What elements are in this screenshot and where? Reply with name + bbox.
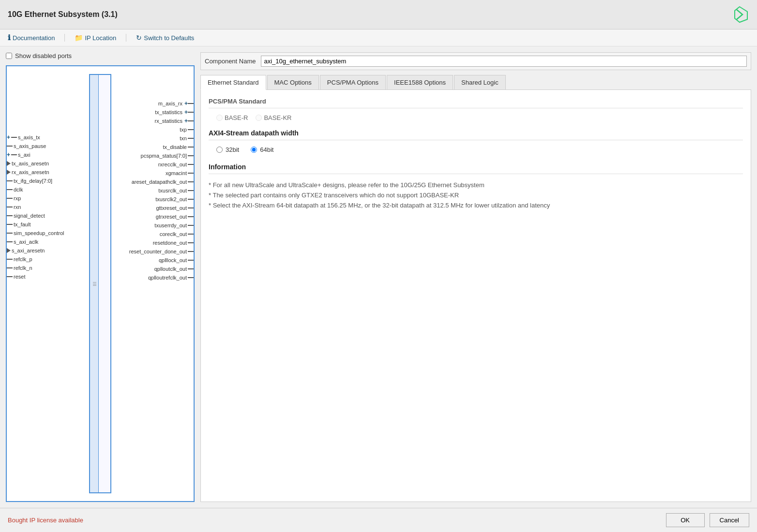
base-kr-radio[interactable] — [256, 115, 262, 121]
component-diagram: + s_axis_tx s_axis_pause + — [6, 65, 195, 502]
cancel-button[interactable]: Cancel — [710, 513, 749, 527]
tab-ieee1588-options[interactable]: IEEE1588 Options — [387, 75, 453, 89]
svg-marker-0 — [735, 7, 747, 22]
folder-icon: 📁 — [75, 34, 83, 42]
port-qplllock_out: qplllock_out — [159, 256, 194, 265]
port-tx_ifg_delay: tx_ifg_delay[7:0] — [7, 177, 89, 185]
base-r-label: BASE-R — [225, 114, 248, 121]
port-refclk_n: refclk_n — [7, 264, 89, 272]
port-coreclk_out: coreclk_out — [160, 230, 194, 238]
port-dclk: dclk — [7, 185, 89, 194]
port-m_axis_rx: m_axis_rx + — [158, 99, 194, 108]
port-tx_statistics: tx_statistics + — [155, 108, 194, 117]
show-disabled-ports-checkbox[interactable] — [6, 53, 12, 59]
window-title: 10G Ethernet Subsystem (3.1) — [8, 10, 118, 19]
tab-content-ethernet-standard: PCS/PMA Standard BASE-R BASE-KR AXI4-Str… — [200, 90, 751, 502]
information-section: Information For all new UltraScale and U… — [209, 163, 743, 210]
port-rx_axis_aresetn: rx_axis_aresetn — [7, 168, 89, 177]
left-panel: Show disabled ports + s_axis_tx — [6, 52, 195, 502]
documentation-label: Documentation — [13, 34, 55, 42]
port-signal_detect: signal_detect — [7, 211, 89, 220]
switch-to-defaults-button[interactable]: ↻ Switch to Defaults — [136, 34, 194, 42]
info-list: For all new UltraScale and UltraScale+ d… — [209, 180, 743, 210]
port-rx_statistics: rx_statistics + — [155, 117, 194, 125]
port-sim_speedup_control: sim_speedup_control — [7, 229, 89, 237]
port-rxn: rxn — [7, 203, 89, 211]
base-r-radio[interactable] — [216, 115, 223, 121]
tabs-container: Ethernet Standard MAC Options PCS/PMA Op… — [200, 75, 751, 90]
port-txuserrdy_out: txuserrdy_out — [154, 221, 194, 230]
port-qplloutrefclk_out: qplloutrefclk_out — [148, 273, 194, 282]
main-content: Show disabled ports + s_axis_tx — [0, 46, 757, 508]
component-name-row: Component Name — [200, 52, 751, 70]
component-name-input[interactable] — [261, 56, 747, 67]
port-gtrxreset_out: gtrxreset_out — [156, 212, 194, 221]
port-rxrecclk_out: rxrecclk_out — [158, 160, 194, 169]
info-icon: ℹ — [8, 33, 11, 42]
show-disabled-row: Show disabled ports — [6, 52, 195, 59]
port-resetdone_out: resetdone_out — [153, 238, 194, 247]
ip-location-button[interactable]: 📁 IP Location — [75, 34, 116, 42]
port-xgmacint: xgmacint — [166, 169, 194, 177]
pcs-pma-section-header: PCS/PMA Standard — [209, 98, 743, 108]
tab-pcs-pma-options[interactable]: PCS/PMA Options — [320, 75, 386, 89]
port-tx_fault: tx_fault — [7, 220, 89, 229]
footer-buttons: OK Cancel — [666, 513, 749, 527]
port-s_axi: + s_axi — [7, 150, 89, 159]
datapath-radio-group: 32bit 64bit — [216, 146, 743, 153]
ip-location-label: IP Location — [85, 34, 116, 42]
switch-to-defaults-label: Switch to Defaults — [144, 34, 194, 42]
main-window: 10G Ethernet Subsystem (3.1) ℹ Documenta… — [0, 0, 757, 532]
bit64-label: 64bit — [260, 146, 273, 153]
port-reset_counter_done_out: reset_counter_done_out — [129, 247, 194, 256]
port-pcspma_status: pcspma_status[7:0] — [141, 151, 194, 160]
component-name-label: Component Name — [205, 58, 256, 65]
bit32-radio[interactable] — [216, 147, 223, 153]
port-tx_axis_aresetn: tx_axis_aresetn — [7, 159, 89, 168]
tab-mac-options[interactable]: MAC Options — [267, 75, 319, 89]
pcs-pma-radio-group: BASE-R BASE-KR — [216, 114, 743, 121]
bit64-radio[interactable] — [251, 147, 257, 153]
license-label: Bought IP license available — [8, 517, 83, 524]
xilinx-logo — [730, 5, 749, 24]
refresh-icon: ↻ — [136, 34, 142, 42]
toolbar: ℹ Documentation 📁 IP Location ↻ Switch t… — [0, 30, 757, 46]
axi4-section-header: AXI4-Stream datapath width — [209, 129, 743, 140]
footer: Bought IP license available OK Cancel — [0, 508, 757, 532]
tab-shared-logic[interactable]: Shared Logic — [454, 75, 506, 89]
base-kr-radio-item: BASE-KR — [256, 114, 291, 121]
information-header: Information — [209, 163, 743, 174]
port-gttxreset_out: gttxreset_out — [156, 204, 194, 212]
port-qplloutclk_out: qplloutclk_out — [154, 265, 194, 273]
bit32-label: 32bit — [226, 146, 239, 153]
port-refclk_p: refclk_p — [7, 255, 89, 264]
port-areset_datapathclk_out: areset_datapathclk_out — [132, 177, 194, 186]
tab-ethernet-standard[interactable]: Ethernet Standard — [200, 75, 266, 90]
base-r-radio-item: BASE-R — [216, 114, 248, 121]
port-s_axis_tx: + s_axis_tx — [7, 133, 89, 142]
info-item-0: For all new UltraScale and UltraScale+ d… — [209, 180, 743, 190]
ok-button[interactable]: OK — [666, 513, 705, 527]
port-s_axis_pause: s_axis_pause — [7, 142, 89, 150]
show-disabled-ports-label: Show disabled ports — [15, 52, 72, 59]
info-item-2: Select the AXI-Stream 64-bit datapath at… — [209, 200, 743, 210]
bit32-radio-item: 32bit — [216, 146, 239, 153]
title-bar: 10G Ethernet Subsystem (3.1) — [0, 0, 757, 30]
port-s_axi_aclk: s_axi_aclk — [7, 237, 89, 246]
port-txusrclk_out: txusrclk_out — [158, 186, 194, 195]
port-rxp: rxp — [7, 194, 89, 203]
bit64-radio-item: 64bit — [251, 146, 273, 153]
right-panel: Component Name Ethernet Standard MAC Opt… — [200, 52, 751, 502]
port-reset: reset — [7, 272, 89, 281]
port-tx_disable: tx_disable — [163, 143, 194, 151]
port-txusrclk2_out: txusrclk2_out — [155, 195, 194, 204]
port-txn: txn — [180, 134, 194, 143]
toolbar-divider1 — [64, 34, 65, 42]
port-txp: txp — [180, 125, 194, 134]
info-item-1: The selected part contains only GTXE2 tr… — [209, 190, 743, 200]
documentation-button[interactable]: ℹ Documentation — [8, 33, 55, 42]
port-s_axi_aresetn: s_axi_aresetn — [7, 246, 89, 255]
base-kr-label: BASE-KR — [264, 114, 291, 121]
toolbar-divider2 — [126, 34, 126, 42]
